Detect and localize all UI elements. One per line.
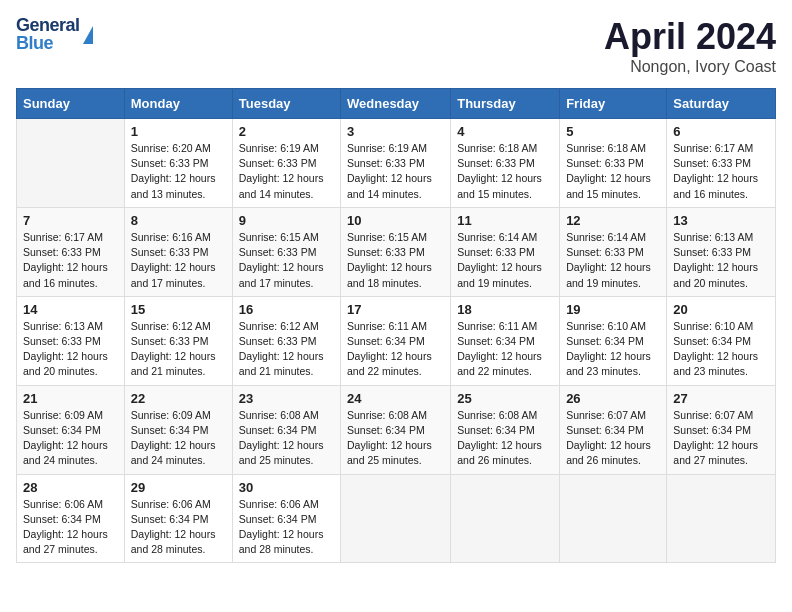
calendar-cell xyxy=(560,474,667,563)
calendar-cell: 24Sunrise: 6:08 AM Sunset: 6:34 PM Dayli… xyxy=(341,385,451,474)
day-header-monday: Monday xyxy=(124,89,232,119)
day-info: Sunrise: 6:12 AM Sunset: 6:33 PM Dayligh… xyxy=(131,319,226,380)
day-info: Sunrise: 6:17 AM Sunset: 6:33 PM Dayligh… xyxy=(23,230,118,291)
day-number: 24 xyxy=(347,391,444,406)
day-number: 17 xyxy=(347,302,444,317)
day-number: 2 xyxy=(239,124,334,139)
day-number: 12 xyxy=(566,213,660,228)
day-info: Sunrise: 6:06 AM Sunset: 6:34 PM Dayligh… xyxy=(131,497,226,558)
day-info: Sunrise: 6:15 AM Sunset: 6:33 PM Dayligh… xyxy=(347,230,444,291)
calendar-title: April 2024 xyxy=(604,16,776,58)
day-info: Sunrise: 6:08 AM Sunset: 6:34 PM Dayligh… xyxy=(457,408,553,469)
day-info: Sunrise: 6:07 AM Sunset: 6:34 PM Dayligh… xyxy=(566,408,660,469)
calendar-cell: 16Sunrise: 6:12 AM Sunset: 6:33 PM Dayli… xyxy=(232,296,340,385)
day-number: 1 xyxy=(131,124,226,139)
calendar-cell: 26Sunrise: 6:07 AM Sunset: 6:34 PM Dayli… xyxy=(560,385,667,474)
calendar-cell: 20Sunrise: 6:10 AM Sunset: 6:34 PM Dayli… xyxy=(667,296,776,385)
day-number: 6 xyxy=(673,124,769,139)
day-info: Sunrise: 6:06 AM Sunset: 6:34 PM Dayligh… xyxy=(23,497,118,558)
day-number: 19 xyxy=(566,302,660,317)
week-row-1: 1Sunrise: 6:20 AM Sunset: 6:33 PM Daylig… xyxy=(17,119,776,208)
day-info: Sunrise: 6:11 AM Sunset: 6:34 PM Dayligh… xyxy=(457,319,553,380)
calendar-cell: 17Sunrise: 6:11 AM Sunset: 6:34 PM Dayli… xyxy=(341,296,451,385)
day-info: Sunrise: 6:12 AM Sunset: 6:33 PM Dayligh… xyxy=(239,319,334,380)
calendar-cell: 28Sunrise: 6:06 AM Sunset: 6:34 PM Dayli… xyxy=(17,474,125,563)
day-info: Sunrise: 6:10 AM Sunset: 6:34 PM Dayligh… xyxy=(673,319,769,380)
calendar-cell xyxy=(17,119,125,208)
day-number: 5 xyxy=(566,124,660,139)
logo-general-text: General xyxy=(16,16,80,34)
day-info: Sunrise: 6:10 AM Sunset: 6:34 PM Dayligh… xyxy=(566,319,660,380)
week-row-3: 14Sunrise: 6:13 AM Sunset: 6:33 PM Dayli… xyxy=(17,296,776,385)
page-header: General Blue April 2024 Nongon, Ivory Co… xyxy=(16,16,776,76)
day-info: Sunrise: 6:19 AM Sunset: 6:33 PM Dayligh… xyxy=(239,141,334,202)
calendar-cell: 5Sunrise: 6:18 AM Sunset: 6:33 PM Daylig… xyxy=(560,119,667,208)
calendar-cell: 19Sunrise: 6:10 AM Sunset: 6:34 PM Dayli… xyxy=(560,296,667,385)
day-number: 22 xyxy=(131,391,226,406)
calendar-cell: 2Sunrise: 6:19 AM Sunset: 6:33 PM Daylig… xyxy=(232,119,340,208)
calendar-table: SundayMondayTuesdayWednesdayThursdayFrid… xyxy=(16,88,776,563)
day-number: 29 xyxy=(131,480,226,495)
day-number: 26 xyxy=(566,391,660,406)
calendar-cell: 10Sunrise: 6:15 AM Sunset: 6:33 PM Dayli… xyxy=(341,207,451,296)
day-info: Sunrise: 6:14 AM Sunset: 6:33 PM Dayligh… xyxy=(566,230,660,291)
day-number: 28 xyxy=(23,480,118,495)
day-info: Sunrise: 6:19 AM Sunset: 6:33 PM Dayligh… xyxy=(347,141,444,202)
day-info: Sunrise: 6:09 AM Sunset: 6:34 PM Dayligh… xyxy=(131,408,226,469)
calendar-cell: 6Sunrise: 6:17 AM Sunset: 6:33 PM Daylig… xyxy=(667,119,776,208)
calendar-cell: 1Sunrise: 6:20 AM Sunset: 6:33 PM Daylig… xyxy=(124,119,232,208)
day-info: Sunrise: 6:16 AM Sunset: 6:33 PM Dayligh… xyxy=(131,230,226,291)
day-number: 13 xyxy=(673,213,769,228)
day-info: Sunrise: 6:17 AM Sunset: 6:33 PM Dayligh… xyxy=(673,141,769,202)
day-info: Sunrise: 6:13 AM Sunset: 6:33 PM Dayligh… xyxy=(23,319,118,380)
day-header-sunday: Sunday xyxy=(17,89,125,119)
day-number: 16 xyxy=(239,302,334,317)
day-info: Sunrise: 6:08 AM Sunset: 6:34 PM Dayligh… xyxy=(347,408,444,469)
calendar-cell: 30Sunrise: 6:06 AM Sunset: 6:34 PM Dayli… xyxy=(232,474,340,563)
day-info: Sunrise: 6:07 AM Sunset: 6:34 PM Dayligh… xyxy=(673,408,769,469)
logo-wordmark: General Blue xyxy=(16,16,80,52)
day-number: 30 xyxy=(239,480,334,495)
week-row-5: 28Sunrise: 6:06 AM Sunset: 6:34 PM Dayli… xyxy=(17,474,776,563)
calendar-cell: 7Sunrise: 6:17 AM Sunset: 6:33 PM Daylig… xyxy=(17,207,125,296)
calendar-cell: 11Sunrise: 6:14 AM Sunset: 6:33 PM Dayli… xyxy=(451,207,560,296)
calendar-cell: 3Sunrise: 6:19 AM Sunset: 6:33 PM Daylig… xyxy=(341,119,451,208)
calendar-header-row: SundayMondayTuesdayWednesdayThursdayFrid… xyxy=(17,89,776,119)
calendar-cell: 23Sunrise: 6:08 AM Sunset: 6:34 PM Dayli… xyxy=(232,385,340,474)
calendar-cell: 14Sunrise: 6:13 AM Sunset: 6:33 PM Dayli… xyxy=(17,296,125,385)
calendar-cell: 21Sunrise: 6:09 AM Sunset: 6:34 PM Dayli… xyxy=(17,385,125,474)
calendar-cell xyxy=(451,474,560,563)
day-info: Sunrise: 6:09 AM Sunset: 6:34 PM Dayligh… xyxy=(23,408,118,469)
calendar-cell: 15Sunrise: 6:12 AM Sunset: 6:33 PM Dayli… xyxy=(124,296,232,385)
day-info: Sunrise: 6:15 AM Sunset: 6:33 PM Dayligh… xyxy=(239,230,334,291)
calendar-cell: 8Sunrise: 6:16 AM Sunset: 6:33 PM Daylig… xyxy=(124,207,232,296)
week-row-2: 7Sunrise: 6:17 AM Sunset: 6:33 PM Daylig… xyxy=(17,207,776,296)
title-area: April 2024 Nongon, Ivory Coast xyxy=(604,16,776,76)
day-info: Sunrise: 6:08 AM Sunset: 6:34 PM Dayligh… xyxy=(239,408,334,469)
day-header-thursday: Thursday xyxy=(451,89,560,119)
day-number: 7 xyxy=(23,213,118,228)
week-row-4: 21Sunrise: 6:09 AM Sunset: 6:34 PM Dayli… xyxy=(17,385,776,474)
day-number: 3 xyxy=(347,124,444,139)
day-info: Sunrise: 6:14 AM Sunset: 6:33 PM Dayligh… xyxy=(457,230,553,291)
day-info: Sunrise: 6:11 AM Sunset: 6:34 PM Dayligh… xyxy=(347,319,444,380)
day-number: 20 xyxy=(673,302,769,317)
day-number: 4 xyxy=(457,124,553,139)
calendar-subtitle: Nongon, Ivory Coast xyxy=(604,58,776,76)
day-header-tuesday: Tuesday xyxy=(232,89,340,119)
day-info: Sunrise: 6:20 AM Sunset: 6:33 PM Dayligh… xyxy=(131,141,226,202)
day-number: 14 xyxy=(23,302,118,317)
logo-triangle-icon xyxy=(83,26,93,44)
calendar-cell: 4Sunrise: 6:18 AM Sunset: 6:33 PM Daylig… xyxy=(451,119,560,208)
calendar-cell: 25Sunrise: 6:08 AM Sunset: 6:34 PM Dayli… xyxy=(451,385,560,474)
day-info: Sunrise: 6:13 AM Sunset: 6:33 PM Dayligh… xyxy=(673,230,769,291)
day-number: 15 xyxy=(131,302,226,317)
calendar-cell: 9Sunrise: 6:15 AM Sunset: 6:33 PM Daylig… xyxy=(232,207,340,296)
day-info: Sunrise: 6:18 AM Sunset: 6:33 PM Dayligh… xyxy=(457,141,553,202)
day-number: 23 xyxy=(239,391,334,406)
calendar-cell: 12Sunrise: 6:14 AM Sunset: 6:33 PM Dayli… xyxy=(560,207,667,296)
day-number: 27 xyxy=(673,391,769,406)
day-info: Sunrise: 6:18 AM Sunset: 6:33 PM Dayligh… xyxy=(566,141,660,202)
day-number: 8 xyxy=(131,213,226,228)
day-number: 18 xyxy=(457,302,553,317)
